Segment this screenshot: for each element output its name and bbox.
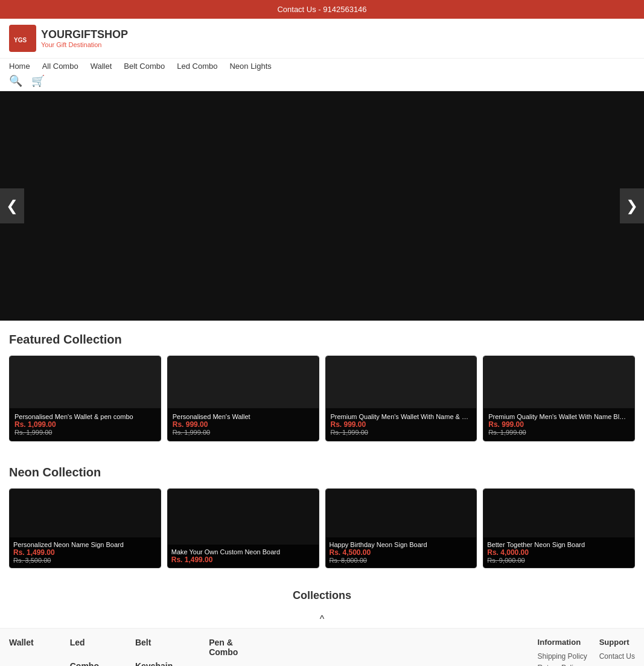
featured-product-card-1[interactable]: Personalised Men's Wallet Rs. 999.00 Rs.… [167, 356, 319, 441]
neon-price-new-1: Rs. 1,499.00 [171, 556, 315, 564]
neon-price-old-0: Rs. 3,500.00 [13, 557, 157, 564]
logo-area: YGS YOURGIFTSHOP Your Gift Destination [9, 25, 128, 52]
footer-keychain-label[interactable]: Keychain [135, 661, 173, 666]
product-price-new-2: Rs. 999.00 [331, 420, 472, 429]
neon-info-0: Personalized Neon Name Sign Board Rs. 1,… [10, 537, 161, 568]
header: YGS YOURGIFTSHOP Your Gift Destination [0, 19, 644, 59]
footer-nav-pen: Pen &Combo [209, 638, 238, 666]
footer-support-col: Support Contact Us [599, 638, 635, 666]
neon-product-card-2[interactable]: Happy Birthday Neon Sign Board Rs. 4,500… [325, 488, 477, 568]
neon-price-new-2: Rs. 4,500.00 [330, 548, 473, 557]
neon-price-old-3: Rs. 9,000.00 [487, 557, 631, 564]
nav-led-combo[interactable]: Led Combo [177, 62, 217, 71]
carousel-prev-button[interactable]: ❮ [0, 188, 24, 223]
product-info-0: Personalised Men's Wallet & pen combo Rs… [10, 408, 161, 441]
neon-section-title: Neon Collection [9, 466, 635, 479]
top-bar: Contact Us - 9142563146 [0, 0, 644, 19]
footer-row1: Wallet Led Combo Belt Keychain Pen &Comb… [9, 638, 635, 666]
hero-carousel: ❮ ❯ [0, 91, 644, 321]
neon-name-3: Better Together Neon Sign Board [487, 541, 631, 548]
nav-neon-lights[interactable]: Neon Lights [229, 62, 271, 71]
footer-nav-led: Led Combo [70, 638, 99, 666]
footer-info-support-inner: Information Shipping Policy Return Polic… [538, 638, 635, 666]
product-name-2: Premium Quality Men's Wallet With Name &… [331, 413, 472, 420]
neon-price-old-2: Rs. 8,000.00 [330, 557, 473, 564]
contact-text: Contact Us - 9142563146 [277, 5, 366, 14]
logo-icon[interactable]: YGS [9, 25, 36, 52]
footer: Wallet Led Combo Belt Keychain Pen &Comb… [0, 628, 644, 666]
footer-information-col: Information Shipping Policy Return Polic… [538, 638, 587, 666]
product-name-0: Personalised Men's Wallet & pen combo [14, 413, 156, 420]
contact-us-link[interactable]: Contact Us [599, 652, 635, 661]
footer-wallet-label[interactable]: Wallet [9, 638, 34, 647]
navigation: Home All Combo Wallet Belt Combo Led Com… [0, 59, 644, 91]
nav-links: Home All Combo Wallet Belt Combo Led Com… [9, 62, 635, 71]
neon-name-1: Make Your Own Custom Neon Board [171, 548, 315, 556]
nav-all-combo[interactable]: All Combo [42, 62, 78, 71]
product-name-1: Personalised Men's Wallet [173, 413, 314, 420]
product-info-2: Premium Quality Men's Wallet With Name &… [326, 408, 477, 441]
product-price-old-1: Rs. 1,999.00 [173, 429, 314, 436]
neon-info-2: Happy Birthday Neon Sign Board Rs. 4,500… [326, 537, 477, 568]
footer-led-label[interactable]: Led [70, 638, 99, 647]
footer-collections-header: Collections [0, 580, 644, 611]
neon-price-new-0: Rs. 1,499.00 [13, 548, 157, 557]
product-price-new-3: Rs. 999.00 [488, 420, 630, 429]
neon-products-grid: Personalized Neon Name Sign Board Rs. 1,… [9, 488, 635, 568]
nav-home[interactable]: Home [9, 62, 30, 71]
product-price-new-1: Rs. 999.00 [173, 420, 314, 429]
product-price-new-0: Rs. 1,099.00 [14, 420, 156, 429]
featured-products-grid: Personalised Men's Wallet & pen combo Rs… [9, 356, 635, 441]
return-policy-link[interactable]: Return Policy [538, 664, 587, 666]
product-price-old-2: Rs. 1,999.00 [331, 429, 472, 436]
carousel-next-button[interactable]: ❯ [620, 188, 644, 223]
product-price-old-3: Rs. 1,999.00 [488, 429, 630, 436]
neon-name-0: Personalized Neon Name Sign Board [13, 541, 157, 548]
footer-nav-wallet: Wallet [9, 638, 34, 666]
featured-product-card-0[interactable]: Personalised Men's Wallet & pen combo Rs… [9, 356, 161, 441]
logo-text: YOURGIFTSHOP Your Gift Destination [41, 28, 128, 48]
product-info-1: Personalised Men's Wallet Rs. 999.00 Rs.… [168, 408, 319, 441]
logo-sub-text: Your Gift Destination [41, 41, 128, 48]
neon-info-3: Better Together Neon Sign Board Rs. 4,00… [483, 537, 634, 568]
logo-main-text: YOURGIFTSHOP [41, 28, 128, 41]
chevron-up-icon[interactable]: ^ [0, 611, 644, 628]
neon-product-card-3[interactable]: Better Together Neon Sign Board Rs. 4,00… [483, 488, 635, 568]
featured-product-card-3[interactable]: Premium Quality Men's Wallet With Name B… [483, 356, 635, 441]
collections-title: Collections [293, 589, 351, 601]
nav-belt-combo[interactable]: Belt Combo [124, 62, 165, 71]
footer-info-support: Information Shipping Policy Return Polic… [538, 638, 635, 666]
featured-product-card-2[interactable]: Premium Quality Men's Wallet With Name &… [325, 356, 477, 441]
information-title: Information [538, 638, 587, 647]
footer-nav-belt-keychain: Belt Keychain [135, 638, 173, 666]
product-name-3: Premium Quality Men's Wallet With Name B… [488, 413, 630, 420]
neon-info-1: Make Your Own Custom Neon Board Rs. 1,49… [168, 545, 319, 568]
footer-belt-label[interactable]: Belt [135, 638, 173, 647]
support-title: Support [599, 638, 635, 647]
neon-collection-section: Neon Collection Personalized Neon Name S… [0, 453, 644, 580]
neon-name-2: Happy Birthday Neon Sign Board [330, 541, 473, 548]
featured-section-title: Featured Collection [9, 333, 635, 347]
product-info-3: Premium Quality Men's Wallet With Name B… [483, 408, 634, 441]
neon-product-card-1[interactable]: Make Your Own Custom Neon Board Rs. 1,49… [167, 488, 319, 568]
footer-combo-label[interactable]: Combo [70, 661, 99, 666]
footer-pen-label[interactable]: Pen &Combo [209, 638, 238, 657]
neon-product-card-0[interactable]: Personalized Neon Name Sign Board Rs. 1,… [9, 488, 161, 568]
search-icon[interactable]: 🔍 [9, 74, 22, 88]
shipping-policy-link[interactable]: Shipping Policy [538, 652, 587, 661]
featured-collection-section: Featured Collection Personalised Men's W… [0, 321, 644, 453]
product-price-old-0: Rs. 1,999.00 [14, 429, 156, 436]
neon-price-new-3: Rs. 4,000.00 [487, 548, 631, 557]
nav-icons: 🔍 🛒 [9, 74, 635, 88]
cart-icon[interactable]: 🛒 [31, 74, 45, 88]
svg-text:YGS: YGS [14, 37, 27, 43]
nav-wallet[interactable]: Wallet [91, 62, 112, 71]
